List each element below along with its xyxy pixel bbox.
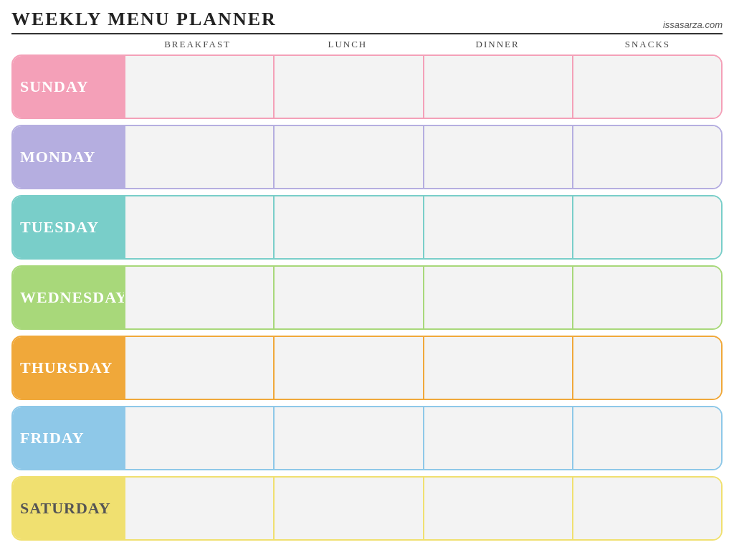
col-lunch: Lunch bbox=[272, 39, 422, 50]
cell-friday-lunch[interactable] bbox=[273, 407, 422, 469]
cell-friday-dinner[interactable] bbox=[423, 407, 572, 469]
label-thursday: Thursday bbox=[13, 337, 124, 399]
cell-thursday-snacks[interactable] bbox=[572, 337, 721, 399]
cell-monday-lunch[interactable] bbox=[273, 126, 422, 188]
cell-sunday-dinner[interactable] bbox=[423, 56, 572, 118]
cell-saturday-snacks[interactable] bbox=[572, 478, 721, 539]
col-dinner: Dinner bbox=[423, 39, 573, 50]
cell-friday-snacks[interactable] bbox=[572, 407, 721, 469]
cell-saturday-lunch[interactable] bbox=[273, 478, 422, 539]
label-wednesday: Wednesday bbox=[13, 267, 124, 328]
label-friday: Friday bbox=[13, 407, 124, 469]
page-title: Weekly Menu Planner bbox=[11, 9, 277, 30]
cell-saturday-dinner[interactable] bbox=[423, 478, 572, 539]
page-header: Weekly Menu Planner issasarza.com bbox=[11, 9, 723, 34]
column-headers: Breakfast Lunch Dinner Snacks bbox=[11, 39, 723, 50]
cell-wednesday-breakfast[interactable] bbox=[124, 267, 273, 328]
cell-monday-snacks[interactable] bbox=[572, 126, 721, 188]
cell-tuesday-breakfast[interactable] bbox=[124, 196, 273, 258]
days-container: SundayMondayTuesdayWednesdayThursdayFrid… bbox=[11, 54, 723, 551]
cell-thursday-lunch[interactable] bbox=[273, 337, 422, 399]
label-monday: Monday bbox=[13, 126, 124, 188]
label-saturday: Saturday bbox=[13, 478, 124, 539]
col-breakfast: Breakfast bbox=[123, 39, 272, 50]
row-saturday: Saturday bbox=[11, 476, 723, 541]
label-sunday: Sunday bbox=[13, 56, 124, 118]
col-snacks: Snacks bbox=[573, 39, 723, 50]
cell-monday-dinner[interactable] bbox=[423, 126, 572, 188]
cell-tuesday-dinner[interactable] bbox=[423, 196, 572, 258]
cell-tuesday-lunch[interactable] bbox=[273, 196, 422, 258]
cell-thursday-dinner[interactable] bbox=[423, 337, 572, 399]
cell-sunday-snacks[interactable] bbox=[572, 56, 721, 118]
row-tuesday: Tuesday bbox=[11, 195, 723, 260]
website-label: issasarza.com bbox=[663, 19, 723, 30]
label-tuesday: Tuesday bbox=[13, 196, 124, 258]
row-thursday: Thursday bbox=[11, 336, 723, 400]
cell-wednesday-snacks[interactable] bbox=[572, 267, 721, 328]
cell-friday-breakfast[interactable] bbox=[124, 407, 273, 469]
cell-saturday-breakfast[interactable] bbox=[124, 478, 273, 539]
cell-thursday-breakfast[interactable] bbox=[124, 337, 273, 399]
cell-wednesday-lunch[interactable] bbox=[273, 267, 422, 328]
cell-wednesday-dinner[interactable] bbox=[423, 267, 572, 328]
row-monday: Monday bbox=[11, 125, 723, 189]
cell-sunday-breakfast[interactable] bbox=[124, 56, 273, 118]
cell-monday-breakfast[interactable] bbox=[124, 126, 273, 188]
cell-sunday-lunch[interactable] bbox=[273, 56, 422, 118]
cell-tuesday-snacks[interactable] bbox=[572, 196, 721, 258]
row-wednesday: Wednesday bbox=[11, 265, 723, 330]
row-friday: Friday bbox=[11, 406, 723, 470]
row-sunday: Sunday bbox=[11, 54, 723, 119]
